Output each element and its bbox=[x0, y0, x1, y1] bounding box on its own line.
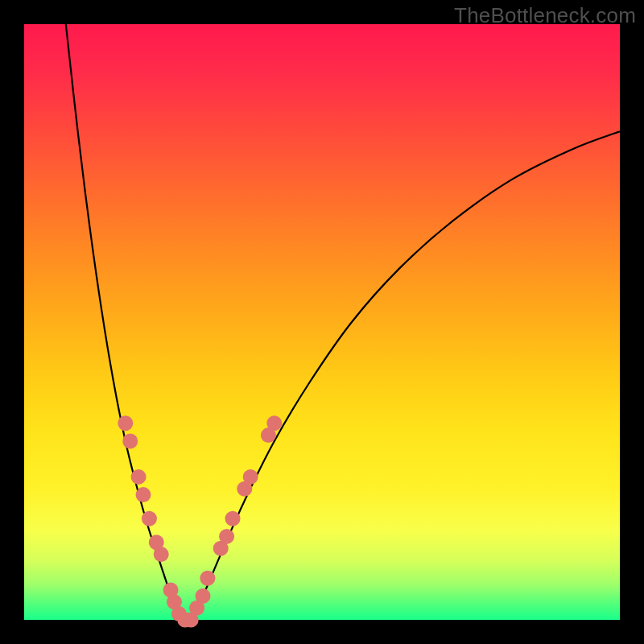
data-marker bbox=[136, 487, 151, 502]
data-marker bbox=[118, 415, 133, 431]
chart-svg bbox=[24, 24, 620, 620]
data-marker bbox=[142, 511, 157, 526]
marker-group bbox=[118, 415, 282, 627]
data-marker bbox=[219, 529, 234, 544]
data-marker bbox=[196, 588, 211, 604]
curve-left-branch bbox=[66, 24, 180, 620]
data-marker bbox=[122, 434, 138, 449]
data-marker bbox=[243, 469, 258, 485]
chart-frame: TheBottleneck.com bbox=[0, 0, 644, 644]
data-marker bbox=[131, 469, 147, 485]
data-marker bbox=[225, 511, 241, 526]
data-marker bbox=[266, 415, 282, 431]
data-marker bbox=[200, 571, 215, 586]
curve-right-branch bbox=[191, 131, 620, 620]
plot-area bbox=[24, 24, 620, 620]
data-marker bbox=[154, 547, 169, 562]
